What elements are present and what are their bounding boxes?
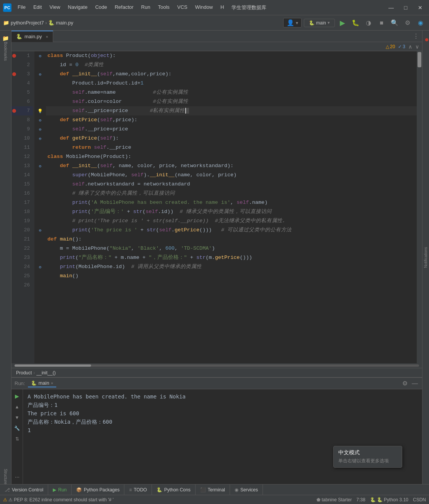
menu-view[interactable]: View xyxy=(46,3,63,12)
code-editor[interactable]: 1 2 3 4 5 6 7 8 9 10 11 12 13 14 xyxy=(11,51,422,363)
status-right: ⬟ tabnine Starter 7:38 🐍 🐍 Python 3.10 C… xyxy=(316,497,426,502)
help-button[interactable]: ◉ xyxy=(415,18,426,28)
project-breadcrumb: pythonProject7 › 🐍 main.py xyxy=(11,20,73,26)
line-num-18: 18 xyxy=(11,207,33,216)
tab-more-button[interactable]: ⋮ xyxy=(413,33,419,40)
services-tab[interactable]: ◉ Services xyxy=(230,484,263,495)
user-account[interactable]: 👤 ▾ xyxy=(283,18,302,28)
version-control-tab[interactable]: ⎇ Version Control xyxy=(0,484,48,495)
sort-button[interactable]: ⇅ xyxy=(13,435,21,443)
expand-button[interactable]: ⋯ xyxy=(13,473,21,481)
status-bar: ⚠ ⚠ PEP 8: E262 inline comment should st… xyxy=(0,495,429,504)
tabnine-status[interactable]: ⬟ tabnine Starter xyxy=(316,497,352,502)
run-config-selector[interactable]: 🐍 main ▾ xyxy=(304,19,335,27)
gutter-5 xyxy=(34,88,46,97)
bookmark-icon[interactable]: Bookmarks xyxy=(1,47,10,56)
ok-count[interactable]: ✓ 3 xyxy=(398,44,405,49)
horizontal-scrollbar[interactable] xyxy=(11,363,422,368)
tab-close-button[interactable]: × xyxy=(46,34,48,39)
rerun-button[interactable]: ▶ xyxy=(13,392,21,400)
line-num-3: 3 xyxy=(11,70,33,79)
code-line-25: main() xyxy=(46,272,417,281)
menu-run[interactable]: Run xyxy=(138,3,153,12)
gutter-23 xyxy=(34,253,46,262)
line-num-26: 26 xyxy=(11,281,33,290)
code-line-12: class MobilePhone(Product): xyxy=(46,152,417,161)
search-button[interactable]: 🔍 xyxy=(389,18,400,28)
gutter-1[interactable]: ⊖ xyxy=(34,51,46,60)
title-bar-right: — □ ✕ xyxy=(385,2,426,13)
run-minimize-button[interactable]: — xyxy=(411,379,419,388)
toolbar-right: 👤 ▾ 🐍 main ▾ ▶ 🐛 ◑ ■ 🔍 ⚙ ◉ xyxy=(283,18,426,28)
todo-tab[interactable]: ≡ TODO xyxy=(124,484,152,495)
menu-vcs[interactable]: VCS xyxy=(174,3,191,12)
menu-h[interactable]: H xyxy=(217,3,227,12)
notifications-sidebar[interactable]: Notifications xyxy=(422,31,429,484)
status-warning-item[interactable]: ⚠ ⚠ PEP 8: E262 inline comment should st… xyxy=(3,497,114,502)
gutter-8[interactable]: ⊖ xyxy=(34,115,46,125)
menu-navigate[interactable]: Navigate xyxy=(65,3,90,12)
line-numbers: 1 2 3 4 5 6 7 8 9 10 11 12 13 14 xyxy=(11,51,34,363)
menu-window[interactable]: Window xyxy=(192,3,216,12)
line-num-24: 24 xyxy=(11,262,33,272)
menu-file[interactable]: File xyxy=(15,3,29,12)
line-num-2: 2 xyxy=(11,60,33,70)
line-num-12: 12 xyxy=(11,152,33,161)
debug-button[interactable]: 🐛 xyxy=(350,18,361,28)
minimize-button[interactable]: — xyxy=(385,2,397,13)
gutter-7: 💡 xyxy=(34,106,46,115)
code-line-18: print('产品编号：' + str(self.id)) # 继承父类中的类属… xyxy=(46,207,417,216)
output-line-4: 产品名称：Nokia，产品价格：600 xyxy=(28,418,418,426)
menu-code[interactable]: Code xyxy=(92,3,110,12)
chevron-down-icon[interactable]: ∨ xyxy=(415,44,419,50)
gutter-9[interactable]: ⊖ xyxy=(34,125,46,134)
main-py-tab[interactable]: 🐍 main.py × xyxy=(11,31,53,42)
coverage-button[interactable]: ◑ xyxy=(363,18,374,28)
menu-edit[interactable]: Edit xyxy=(30,3,45,12)
run-main-tab[interactable]: 🐍 main × xyxy=(28,379,56,387)
structure-icon[interactable]: Structure xyxy=(1,472,10,481)
gutter-10[interactable]: ⊖ xyxy=(34,134,46,143)
line-num-8: 8 xyxy=(11,115,33,125)
close-button[interactable]: ✕ xyxy=(414,2,426,13)
gutter-14 xyxy=(34,171,46,180)
gutter-24[interactable]: ⊖ xyxy=(34,262,46,272)
notifications-label[interactable]: Notifications xyxy=(424,247,428,268)
warning-count[interactable]: △ 20 xyxy=(386,44,395,49)
code-line-8: def setPrice(self,price): xyxy=(46,115,417,125)
run-tab-bottom[interactable]: ▶ Run xyxy=(48,484,72,495)
scroll-down-button[interactable]: ▼ xyxy=(13,414,21,421)
menu-tools[interactable]: Tools xyxy=(155,3,173,12)
run-output: A MobilePhone has been created. the name… xyxy=(23,389,422,484)
tooltip-subtitle: 单击右键以查看更多选项 xyxy=(338,458,397,464)
python-console-tab[interactable]: 🐍 Python Cons xyxy=(152,484,196,495)
menu-project[interactable]: 学生管理数据库 xyxy=(228,3,269,12)
maximize-button[interactable]: □ xyxy=(400,2,411,13)
code-line-13: def __init__(self, name, color, price, n… xyxy=(46,161,417,171)
gutter-20[interactable]: ⊖ xyxy=(34,226,46,235)
run-button[interactable]: ▶ xyxy=(337,18,348,28)
run-icon: ▶ xyxy=(53,487,56,493)
run-settings-button[interactable]: ⚙ xyxy=(401,379,409,388)
stop-button[interactable]: ■ xyxy=(376,18,387,28)
menu-refactor[interactable]: Refactor xyxy=(112,3,137,12)
run-tab-close[interactable]: × xyxy=(51,381,53,385)
gutter-6 xyxy=(34,97,46,106)
scroll-up-button[interactable]: ▲ xyxy=(13,403,21,411)
gutter-13[interactable]: ⊖ xyxy=(34,161,46,171)
python-packages-tab[interactable]: 📦 Python Packages xyxy=(72,484,124,495)
vertical-scrollbar[interactable] xyxy=(417,51,422,363)
gutter-17 xyxy=(34,198,46,207)
code-content[interactable]: class Product(object): id = 0 #类属性 def _… xyxy=(46,51,417,363)
gutter-3[interactable]: ⊖ xyxy=(34,70,46,79)
chevron-up-icon[interactable]: ∧ xyxy=(408,44,412,50)
python-version-icon: 🐍 xyxy=(370,497,376,502)
python-version[interactable]: 🐍 🐍 Python 3.10 xyxy=(370,497,408,502)
status-warning-text: ⚠ PEP 8: E262 inline comment should star… xyxy=(8,497,114,502)
code-line-2: id = 0 #类属性 xyxy=(46,60,417,70)
gutter-2 xyxy=(34,60,46,70)
wrench-button[interactable]: 🔧 xyxy=(13,424,21,432)
terminal-tab[interactable]: ⬛ Terminal xyxy=(196,484,230,495)
line-num-15: 15 xyxy=(11,180,33,189)
settings-button[interactable]: ⚙ xyxy=(402,18,413,28)
